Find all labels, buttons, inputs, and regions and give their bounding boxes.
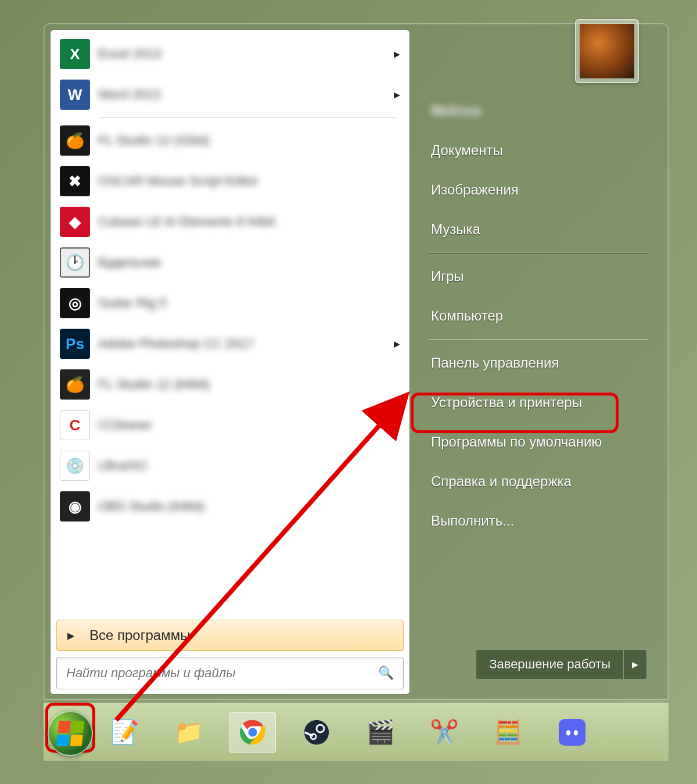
taskbar-item-snipping[interactable]: ✂️ [421,712,468,753]
control-panel-item[interactable]: Панель управления [426,343,651,383]
program-item[interactable]: X Excel 2013 ▶ [54,34,406,74]
search-icon: 🔍 [378,666,394,681]
program-label: Guitar Rig 5 [98,296,400,311]
mpc-icon: 🎬 [366,718,395,746]
taskbar-item-mpc[interactable]: 🎬 [357,712,404,753]
program-label: OBS Studio (64bit) [98,499,400,514]
program-label: OSCAR Mouse Script Editor [98,174,400,189]
program-label: FL Studio 12 (32bit) [98,133,400,148]
snipping-icon: ✂️ [430,718,459,746]
program-item[interactable]: 🍊 FL Studio 12 (32bit) [54,120,406,161]
program-item[interactable]: ◆ Cubase LE AI Elements 8 64bit [54,202,406,242]
program-item[interactable]: 💿 UltraISO [54,445,406,486]
program-label: FL Studio 12 (64bit) [98,377,400,392]
user-avatar[interactable] [575,19,639,83]
submenu-arrow-icon: ▶ [394,90,400,99]
devices-printers-item[interactable]: Устройства и принтеры [426,383,651,422]
avatar-image [580,24,634,78]
games-item[interactable]: Игры [426,257,651,296]
submenu-arrow-icon: ▶ [394,49,400,59]
pictures-item[interactable]: Изображения [426,170,651,210]
program-label: CCleaner [98,418,394,433]
program-label: Cubase LE AI Elements 8 64bit [98,214,400,229]
separator [100,117,396,118]
username-item[interactable]: Melissa [426,82,651,131]
separator [429,339,648,340]
search-input[interactable] [66,666,378,681]
program-item[interactable]: ✖ OSCAR Mouse Script Editor [54,161,406,202]
obs-icon: ◉ [60,491,90,522]
taskbar-item-steam[interactable] [293,712,340,753]
start-button[interactable] [48,711,93,756]
submenu-arrow-icon: ▶ [394,420,400,430]
windows-logo-icon [56,721,85,746]
discord-icon [559,719,585,746]
program-item[interactable]: W Word 2013 ▶ [54,74,406,115]
start-menu: X Excel 2013 ▶ W Word 2013 ▶ 🍊 FL Studio… [44,23,669,700]
svg-rect-6 [559,719,585,746]
svg-point-8 [574,730,578,735]
help-support-item[interactable]: Справка и поддержка [426,462,651,501]
default-programs-item[interactable]: Программы по умолчанию [426,422,651,462]
separator [429,253,648,253]
ultraiso-icon: 💿 [60,451,90,481]
search-box[interactable]: 🔍 [56,657,404,689]
program-item[interactable]: 🍊 FL Studio 12 (64bit) [54,364,406,405]
taskbar-item-explorer[interactable]: 📁 [166,712,212,753]
submenu-arrow-icon: ▶ [394,339,400,348]
cubase-icon: ◆ [60,207,90,237]
taskbar-item-chrome[interactable] [229,712,276,753]
taskbar-item-notepad[interactable]: 📝 [102,712,148,753]
word-icon: W [60,80,90,110]
program-label: Будильник [98,255,400,270]
program-label: Excel 2013 [98,46,394,62]
shutdown-button-group: Завершение работы ▶ [476,649,647,679]
documents-item[interactable]: Документы [426,131,651,170]
svg-point-3 [304,720,329,744]
oscar-icon: ✖ [60,166,90,196]
program-item[interactable]: Ps Adobe Photoshop CC 2017 ▶ [54,323,406,364]
calculator-icon: 🧮 [494,718,523,746]
program-item[interactable]: ◎ Guitar Rig 5 [54,283,406,323]
flstudio-icon: 🍊 [60,125,90,156]
program-item[interactable]: ◉ OBS Studio (64bit) [54,486,406,527]
chrome-icon [239,719,266,746]
recent-programs-list: X Excel 2013 ▶ W Word 2013 ▶ 🍊 FL Studio… [51,34,409,616]
program-item[interactable]: 🕑 Будильник [54,242,406,283]
svg-point-7 [566,730,570,735]
photoshop-icon: Ps [60,329,90,359]
flstudio-icon: 🍊 [60,369,90,400]
notepad-icon: 📝 [110,718,139,746]
run-item[interactable]: Выполнить... [426,501,651,541]
all-programs-label: Все программы [89,627,190,643]
shutdown-options-button[interactable]: ▶ [624,649,647,679]
program-label: UltraISO [98,458,400,473]
program-label: Word 2013 [98,87,394,102]
shutdown-button[interactable]: Завершение работы [476,649,624,679]
all-programs-button[interactable]: ▶ Все программы [56,620,404,651]
taskbar-item-calculator[interactable]: 🧮 [485,712,531,753]
computer-item[interactable]: Компьютер [426,296,651,336]
guitar-rig-icon: ◎ [60,288,90,318]
start-menu-left-pane: X Excel 2013 ▶ W Word 2013 ▶ 🍊 FL Studio… [50,30,410,695]
music-item[interactable]: Музыка [426,210,651,249]
excel-icon: X [60,39,90,69]
start-menu-right-pane: Melissa Документы Изображения Музыка Игр… [410,30,662,693]
taskbar: 📝 📁 🎬 ✂️ 🧮 [44,703,669,761]
explorer-icon: 📁 [174,718,203,746]
program-item[interactable]: C CCleaner ▶ [54,405,406,445]
taskbar-item-discord[interactable] [549,712,595,753]
steam-icon [303,719,330,746]
all-programs-arrow-icon: ▶ [67,630,74,641]
program-label: Adobe Photoshop CC 2017 [98,336,394,351]
ccleaner-icon: C [60,410,90,440]
alarm-icon: 🕑 [60,247,90,278]
